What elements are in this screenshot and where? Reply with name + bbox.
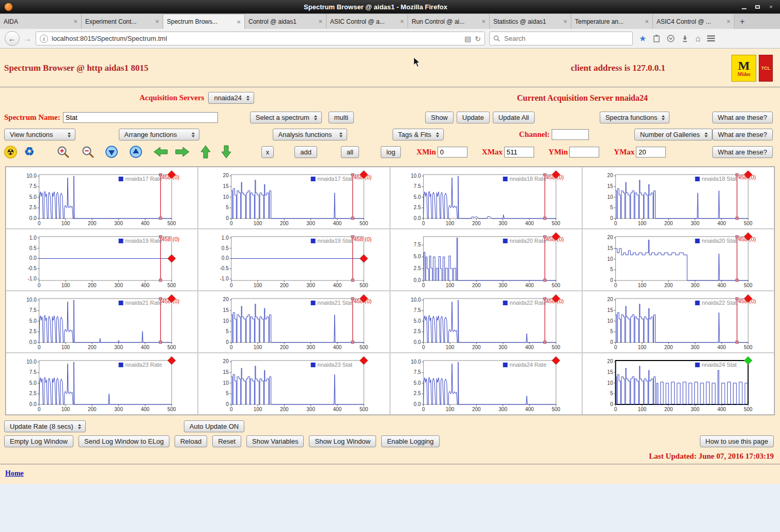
spectrum-chart-nnaida17-rate[interactable]: 10.07.55.02.50.00100200300400500458 (0)n… xyxy=(6,167,198,229)
tab-asic4-control[interactable]: ASIC4 Control @ ...× xyxy=(653,14,735,29)
ymax-input[interactable] xyxy=(636,147,666,158)
radiation-icon[interactable]: ☢ xyxy=(4,146,17,159)
tab-close-icon[interactable]: × xyxy=(73,18,77,25)
tab-spectrum-brows[interactable]: Spectrum Brows...× xyxy=(163,14,245,29)
analysis-functions-select[interactable]: Analysis functions xyxy=(273,129,347,140)
show-log-window-button[interactable]: Show Log Window xyxy=(309,435,376,447)
tab-close-icon[interactable]: × xyxy=(645,18,649,25)
tab-close-icon[interactable]: × xyxy=(481,18,486,25)
url-bar[interactable]: i localhost:8015/Spectrum/Spectrum.tml ▤… xyxy=(36,32,485,45)
cursor-handle-bottom-icon[interactable] xyxy=(351,341,354,343)
all-button[interactable]: all xyxy=(341,146,359,158)
log-button[interactable]: log xyxy=(381,146,401,158)
tags-fits-select[interactable]: Tags & Fits xyxy=(393,129,444,140)
what-are-these-button-2[interactable]: What are these? xyxy=(712,129,773,140)
reset-button[interactable]: Reset xyxy=(212,435,241,447)
spectrum-chart-nnaida20-stat[interactable]: 201510500100200300400500458 (0)nnaida20 … xyxy=(582,229,774,291)
site-info-icon[interactable]: i xyxy=(40,35,48,43)
new-tab-button[interactable]: + xyxy=(735,14,750,29)
page-down-icon[interactable] xyxy=(220,145,232,159)
cursor-handle-bottom-icon[interactable] xyxy=(159,341,162,343)
update-rate-select[interactable]: Update Rate (8 secs) xyxy=(4,420,86,432)
x-projection-button[interactable]: x xyxy=(261,146,274,158)
spectrum-name-input[interactable] xyxy=(63,112,218,123)
zoom-out-icon[interactable] xyxy=(81,145,95,159)
send-log-window-to-elog-button[interactable]: Send Log Window to ELog xyxy=(79,435,169,447)
tab-close-icon[interactable]: × xyxy=(318,18,322,25)
menu-hamburger-icon[interactable] xyxy=(707,35,715,42)
select-a-spectrum-select[interactable]: Select a spectrum xyxy=(250,112,322,123)
cursor-handle-bottom-icon[interactable] xyxy=(543,279,546,281)
minimize-button[interactable] xyxy=(739,3,750,11)
cursor-handle-bottom-icon[interactable] xyxy=(159,217,162,220)
page-up-icon[interactable] xyxy=(199,145,212,159)
spectrum-chart-nnaida23-rate[interactable]: 10.07.55.02.50.00100200300400500nnaida23… xyxy=(6,353,198,415)
view-functions-select[interactable]: View functions xyxy=(4,129,75,140)
cursor-handle-bottom-icon[interactable] xyxy=(736,279,738,281)
home-link[interactable]: Home xyxy=(5,470,24,477)
acquisition-server-select[interactable]: nnaida24 xyxy=(208,92,254,104)
spectrum-chart-nnaida17-stat[interactable]: 201510500100200300400500458 (0)nnaida17 … xyxy=(198,167,390,229)
download-icon[interactable] xyxy=(681,35,689,42)
url-text[interactable]: localhost:8015/Spectrum/Spectrum.tml xyxy=(52,35,461,42)
spectrum-chart-nnaida21-rate[interactable]: 10.07.55.02.50.00100200300400500458 (0)n… xyxy=(6,291,198,353)
tab-statistics-aidas1[interactable]: Statistics @ aidas1× xyxy=(490,14,571,29)
channel-up-icon[interactable] xyxy=(129,145,143,159)
show-button[interactable]: Show xyxy=(425,112,454,123)
number-of-galleries-select[interactable]: Number of Galleries xyxy=(634,129,712,140)
home-button-icon[interactable]: ⌂ xyxy=(695,34,700,43)
arrange-functions-select[interactable]: Arrange functions xyxy=(119,129,199,140)
pocket-icon[interactable] xyxy=(667,35,675,42)
spectrum-chart-nnaida23-stat[interactable]: 201510500100200300400500nnaida23 Stat xyxy=(198,353,390,415)
cursor-handle-bottom-icon[interactable] xyxy=(159,279,162,281)
maximize-button[interactable] xyxy=(752,3,763,11)
spectrum-chart-nnaida19-rate[interactable]: 1.00.50.0-0.5-1.00100200300400500458 (0)… xyxy=(6,229,198,291)
reload-button[interactable]: Reload xyxy=(175,435,207,447)
update-button[interactable]: Update xyxy=(457,112,490,123)
page-left-icon[interactable] xyxy=(153,146,168,158)
spectrum-chart-nnaida22-rate[interactable]: 10.07.55.02.50.00100200300400500458 (0)n… xyxy=(390,291,582,353)
channel-input[interactable] xyxy=(552,129,589,140)
tab-run-control-ai[interactable]: Run Control @ ai...× xyxy=(408,14,490,29)
search-input[interactable] xyxy=(503,34,629,43)
cursor-handle-bottom-icon[interactable] xyxy=(351,279,354,281)
tab-temperature-an[interactable]: Temperature an...× xyxy=(571,14,653,29)
midas-logo[interactable]: M Midas xyxy=(731,55,756,82)
cursor-handle-bottom-icon[interactable] xyxy=(543,341,546,343)
reload-icon[interactable]: ↻ xyxy=(475,35,481,43)
tab-close-icon[interactable]: × xyxy=(563,18,567,25)
tab-close-icon[interactable]: × xyxy=(400,18,404,25)
forward-button[interactable]: → xyxy=(24,34,32,43)
spectrum-chart-nnaida19-stat[interactable]: 1.00.50.0-0.5-1.00100200300400500458 (0)… xyxy=(198,229,390,291)
what-are-these-button-3[interactable]: What are these? xyxy=(712,146,773,158)
enable-logging-button[interactable]: Enable Logging xyxy=(381,435,439,447)
tab-control-aidas1[interactable]: Control @ aidas1× xyxy=(245,14,326,29)
tab-experiment-cont[interactable]: Experiment Cont...× xyxy=(82,14,163,29)
spectrum-chart-nnaida18-stat[interactable]: 201510500100200300400500458 (0)nnaida18 … xyxy=(582,167,774,229)
channel-down-icon[interactable] xyxy=(105,145,118,159)
empty-log-window-button[interactable]: Empty Log Window xyxy=(4,435,73,447)
close-button[interactable]: × xyxy=(766,3,776,11)
spectrum-chart-nnaida24-rate[interactable]: 10.07.55.02.50.00100200300400500nnaida24… xyxy=(390,353,582,415)
how-to-use-this-page-button[interactable]: How to use this page xyxy=(700,435,774,447)
tab-close-icon[interactable]: × xyxy=(155,18,159,25)
back-button[interactable]: ← xyxy=(5,31,20,46)
reader-mode-icon[interactable]: ▤ xyxy=(464,35,471,43)
cursor-handle-bottom-icon[interactable] xyxy=(736,217,738,220)
cursor-handle-bottom-icon[interactable] xyxy=(351,217,354,220)
tab-close-icon[interactable]: × xyxy=(726,18,730,25)
update-all-button[interactable]: Update All xyxy=(493,112,535,123)
add-button[interactable]: add xyxy=(294,146,317,158)
tcl-logo[interactable]: TCL xyxy=(759,55,773,82)
spectrum-chart-nnaida24-stat[interactable]: 201510500100200300400500nnaida24 Stat xyxy=(582,353,774,415)
search-bar[interactable] xyxy=(489,32,633,45)
tab-close-icon[interactable]: × xyxy=(237,18,241,26)
tab-asic-control-a[interactable]: ASIC Control @ a...× xyxy=(326,14,408,29)
tab-aida[interactable]: AIDA× xyxy=(0,14,82,29)
bookmarks-clipboard-icon[interactable] xyxy=(653,35,660,42)
spectra-functions-select[interactable]: Spectra functions xyxy=(600,112,669,123)
spectrum-chart-nnaida18-rate[interactable]: 10.07.55.02.50.00100200300400500458 (0)n… xyxy=(390,167,582,229)
ymin-input[interactable] xyxy=(569,147,599,158)
xmax-input[interactable] xyxy=(504,147,534,158)
cursor-handle-bottom-icon[interactable] xyxy=(543,217,546,220)
